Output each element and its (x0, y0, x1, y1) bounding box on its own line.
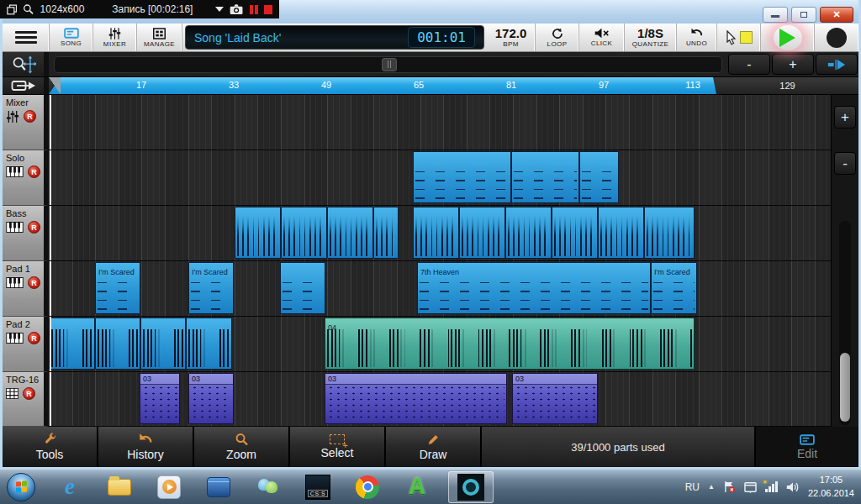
mixer-button[interactable]: MIXER (93, 24, 137, 51)
track-name: TRG-16 (6, 375, 40, 385)
clip[interactable] (373, 207, 399, 259)
vertical-scrollbar[interactable] (839, 221, 851, 425)
track-header[interactable]: Pad 1R (3, 261, 49, 317)
clip[interactable] (95, 318, 140, 370)
record-arm-button[interactable]: R (23, 387, 35, 400)
language-indicator[interactable]: RU (685, 481, 700, 493)
taskbar-aimp-icon[interactable]: A (404, 475, 430, 500)
clip[interactable] (280, 262, 325, 314)
taskbar-css-game-icon[interactable]: CS:S (305, 475, 330, 500)
recorder-dropdown-icon[interactable] (215, 7, 224, 12)
clip-03[interactable]: 03 (325, 373, 507, 424)
clip-i-m-scared[interactable]: I'm Scared (95, 262, 140, 314)
clip-03[interactable]: 03 (512, 373, 598, 424)
undo-button[interactable]: UNDO (677, 24, 717, 51)
manage-button[interactable]: MANAGE (137, 24, 182, 51)
record-button[interactable] (815, 24, 858, 51)
track-zoom-out-button[interactable]: - (834, 152, 856, 175)
track-lane[interactable]: I'm ScaredI'm Scared7th HeavenI'm Scared (49, 261, 831, 317)
record-arm-button[interactable]: R (28, 221, 40, 234)
menu-button[interactable] (3, 24, 50, 51)
zoom-pan-tool[interactable] (3, 52, 49, 76)
clip-03[interactable]: 03 (140, 373, 180, 424)
recorder-stop-button[interactable] (264, 5, 272, 14)
record-arm-button[interactable]: R (28, 276, 40, 289)
taskbar-messenger-icon[interactable] (256, 475, 281, 500)
clip[interactable] (644, 207, 695, 259)
taskbar-nanostudio-active[interactable] (448, 471, 494, 503)
follow-playhead-button[interactable] (816, 54, 858, 75)
horizontal-scrollbar-handle[interactable] (382, 58, 397, 71)
close-button[interactable]: ✕ (820, 7, 853, 23)
clip-7th-heaven[interactable]: 7th Heaven (417, 262, 651, 314)
record-arm-button[interactable]: R (28, 165, 40, 178)
record-arm-button[interactable]: R (28, 332, 40, 344)
zoom-tool-button[interactable]: Zoom (194, 427, 288, 467)
record-arm-button[interactable]: R (24, 110, 36, 123)
minimize-button[interactable]: ▬ (763, 7, 788, 23)
clip-i-m-scared[interactable]: I'm Scared (651, 262, 697, 314)
clip[interactable] (505, 207, 552, 259)
zoom-out-button[interactable]: - (728, 54, 770, 75)
vertical-scrollbar-handle[interactable] (840, 353, 850, 422)
draw-tool-button[interactable]: Draw (386, 427, 480, 467)
song-button[interactable]: SONG (50, 24, 93, 51)
quantize-control[interactable]: 1/8S QUANTIZE (625, 24, 677, 51)
bpm-control[interactable]: 172.0 BPM (487, 24, 536, 51)
clip[interactable] (281, 207, 327, 259)
track-lane[interactable]: 03030303 (49, 372, 831, 427)
clip-04[interactable]: 04 (325, 318, 695, 370)
track-zoom-in-button[interactable]: + (834, 106, 856, 129)
track-lane[interactable]: 04 (49, 317, 831, 372)
track-header[interactable]: TRG-16R (3, 372, 49, 427)
history-button[interactable]: History (98, 427, 193, 467)
volume-icon[interactable] (786, 481, 800, 493)
clip[interactable] (49, 318, 95, 370)
clip[interactable] (459, 207, 505, 259)
track-header[interactable]: MixerR (3, 95, 49, 150)
clip[interactable] (235, 207, 281, 259)
taskbar-clock[interactable]: 17:05 22.06.2014 (808, 474, 854, 501)
taskbar-explorer-icon[interactable] (107, 475, 132, 500)
taskbar-chrome-icon[interactable] (355, 475, 380, 500)
clip[interactable] (413, 207, 459, 259)
network-icon[interactable]: ✶ (765, 481, 778, 492)
recorder-camera-icon[interactable] (230, 3, 243, 15)
ruler-selected-range[interactable]: 173349658197113 (49, 77, 716, 94)
tools-button[interactable]: Tools (3, 427, 97, 467)
tray-expand-icon[interactable]: ▲ (708, 483, 715, 491)
clip[interactable] (327, 207, 373, 259)
clip[interactable] (598, 207, 644, 259)
select-tool-button[interactable]: Select (290, 427, 384, 467)
taskbar-ie-icon[interactable]: e (57, 475, 82, 500)
track-lane[interactable] (49, 95, 831, 150)
loop-range-tool[interactable] (3, 77, 49, 94)
action-center-flag-icon[interactable] (723, 480, 736, 493)
taskbar-mediaplayer-icon[interactable] (156, 475, 182, 500)
track-header[interactable]: BassR (3, 206, 49, 261)
clip[interactable] (579, 151, 619, 203)
clip-i-m-scared[interactable]: I'm Scared (188, 262, 234, 314)
clip[interactable] (552, 207, 598, 259)
track-lane[interactable] (49, 150, 831, 206)
play-button[interactable] (761, 24, 815, 51)
track-lane[interactable] (49, 206, 831, 261)
click-button[interactable]: CLICK (579, 24, 625, 51)
clip[interactable] (413, 151, 511, 203)
horizontal-scrollbar[interactable] (54, 56, 722, 73)
track-header[interactable]: SoloR (3, 150, 49, 206)
clip[interactable] (511, 151, 579, 203)
start-button[interactable] (7, 473, 35, 501)
restore-button[interactable] (791, 7, 816, 23)
tray-window-icon[interactable] (744, 481, 757, 493)
clip-03[interactable]: 03 (188, 373, 234, 424)
clip[interactable] (186, 318, 232, 370)
zoom-in-button[interactable]: + (772, 54, 814, 75)
edit-button[interactable]: Edit (756, 427, 858, 467)
loop-button[interactable]: LOOP (536, 24, 579, 51)
taskbar-software-icon[interactable] (206, 475, 231, 500)
timeline-ruler[interactable]: 173349658197113 129 (49, 77, 858, 94)
recorder-pause-button[interactable] (250, 5, 258, 14)
track-header[interactable]: Pad 2R (3, 317, 49, 372)
clip[interactable] (140, 318, 186, 370)
